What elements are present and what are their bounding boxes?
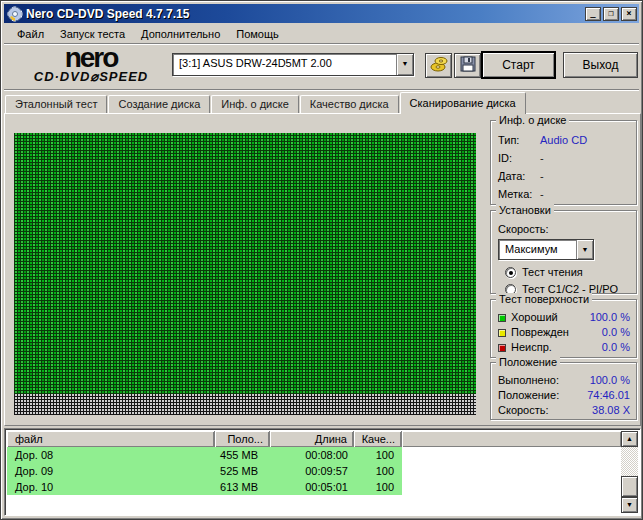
cd-dvd-speed-logo-text: CD·DVD⌀SPEED	[16, 70, 166, 83]
disc-id-value: -	[540, 149, 544, 167]
damaged-legend-swatch	[498, 329, 506, 337]
radio-checked-icon[interactable]	[505, 267, 516, 278]
table-row[interactable]: Дор. 10 613 MB 00:05:01 100	[7, 479, 621, 495]
chevron-down-icon[interactable]: ▼	[576, 240, 593, 259]
column-header-file[interactable]: файл	[7, 431, 215, 447]
disc-id-label: ID:	[498, 149, 540, 167]
minimize-button[interactable]: _	[585, 7, 601, 21]
settings-title: Установки	[496, 204, 554, 216]
close-button[interactable]: ×	[621, 7, 637, 21]
track-size: 613 MB	[215, 479, 270, 495]
good-label: Хороший	[511, 310, 590, 325]
bad-value: 0.0 %	[602, 340, 630, 355]
app-icon	[7, 6, 23, 22]
scroll-up-icon[interactable]: ▲	[621, 431, 638, 447]
track-name: Дор. 09	[7, 463, 215, 479]
speed-select[interactable]: Максимум ▼	[498, 239, 594, 260]
drive-select[interactable]: [3:1] ASUS DRW-24D5MT 2.00 ▼	[172, 53, 414, 76]
bad-label: Неиспр.	[511, 340, 602, 355]
speed-select-value: Максимум	[499, 240, 576, 259]
save-button[interactable]	[454, 53, 481, 78]
read-test-option[interactable]: Тест чтения	[498, 264, 630, 281]
scan-grid-empty-area	[14, 394, 476, 415]
done-label: Выполнено:	[498, 373, 590, 388]
damaged-value: 0.0 %	[602, 325, 630, 340]
menu-bar: Файл Запуск теста Дополнительно Помощь	[4, 24, 639, 44]
column-header-length[interactable]: Длина	[270, 431, 354, 447]
app-window: Nero CD-DVD Speed 4.7.7.15 _ ❐ × Файл За…	[0, 0, 643, 520]
disc-label-label: Метка:	[498, 185, 540, 203]
tab-disc-quality[interactable]: Качество диска	[300, 95, 399, 113]
menu-help[interactable]: Помощь	[228, 26, 287, 42]
position-title: Положение	[496, 356, 560, 368]
disc-type-value: Audio CD	[540, 131, 587, 149]
table-row[interactable]: Дор. 08 455 MB 00:08:00 100	[7, 447, 621, 463]
settings-group: Установки Скорость: Максимум ▼ Тест чтен…	[490, 210, 637, 294]
track-size: 525 MB	[215, 463, 270, 479]
track-length: 00:09:57	[270, 463, 354, 479]
save-floppy-icon	[460, 56, 476, 75]
scan-disc-page: Инф. о диске Тип:Audio CD ID:- Дата:- Ме…	[4, 113, 641, 426]
disc-info-title: Инф. о диске	[496, 114, 569, 126]
speed-readout-value: 38.08 X	[592, 403, 630, 418]
track-list-header: файл Поло... Длина Каче...	[7, 431, 621, 447]
track-length: 00:05:01	[270, 479, 354, 495]
menu-file[interactable]: Файл	[9, 26, 52, 42]
column-header-filler	[402, 431, 621, 447]
read-test-label: Тест чтения	[522, 264, 583, 281]
column-header-position[interactable]: Поло...	[215, 431, 270, 447]
speed-label: Скорость:	[498, 221, 630, 237]
eject-button[interactable]	[425, 53, 452, 78]
disc-date-value: -	[540, 167, 544, 185]
position-label: Положение:	[498, 388, 587, 403]
position-value: 74:46.01	[587, 388, 630, 403]
surface-scan-grid	[14, 133, 476, 415]
maximize-button[interactable]: ❐	[603, 7, 619, 21]
tab-strip: Эталонный тест Создание диска Инф. о дис…	[5, 92, 527, 113]
tab-disc-info[interactable]: Инф. о диске	[211, 95, 298, 113]
table-row[interactable]: Дор. 09 525 MB 00:09:57 100	[7, 463, 621, 479]
toolbar-separator	[4, 89, 639, 91]
tab-create-disc[interactable]: Создание диска	[108, 95, 210, 113]
drive-select-value: [3:1] ASUS DRW-24D5MT 2.00	[173, 54, 396, 75]
tab-scan-disc[interactable]: Сканирование диска	[400, 92, 526, 114]
track-length: 00:08:00	[270, 447, 354, 463]
track-quality: 100	[354, 479, 402, 495]
window-title: Nero CD-DVD Speed 4.7.7.15	[26, 7, 189, 21]
track-name: Дор. 08	[7, 447, 215, 463]
good-legend-swatch	[498, 314, 506, 322]
column-header-quality[interactable]: Каче...	[354, 431, 402, 447]
damaged-label: Поврежден	[511, 325, 602, 340]
position-group: Положение Выполнено:100.0 % Положение:74…	[490, 362, 637, 420]
disc-label-value: -	[540, 185, 544, 203]
done-value: 100.0 %	[590, 373, 630, 388]
scroll-down-icon[interactable]: ▼	[621, 497, 638, 513]
track-list-panel: файл Поло... Длина Каче... Дор. 08 455 M…	[4, 428, 641, 516]
exit-button[interactable]: Выход	[563, 52, 638, 78]
eject-disc-icon	[429, 55, 449, 76]
start-button[interactable]: Старт	[482, 52, 555, 78]
nero-logo-text: nero	[16, 46, 166, 70]
track-size: 455 MB	[215, 447, 270, 463]
track-quality: 100	[354, 463, 402, 479]
track-quality: 100	[354, 447, 402, 463]
good-value: 100.0 %	[590, 310, 630, 325]
nero-logo: nero CD·DVD⌀SPEED	[16, 46, 166, 83]
disc-type-label: Тип:	[498, 131, 540, 149]
toolbar: nero CD·DVD⌀SPEED [3:1] ASUS DRW-24D5MT …	[4, 46, 639, 89]
scrollbar-thumb[interactable]	[621, 476, 638, 497]
menu-run-test[interactable]: Запуск теста	[52, 26, 133, 42]
track-name: Дор. 10	[7, 479, 215, 495]
titlebar[interactable]: Nero CD-DVD Speed 4.7.7.15 _ ❐ ×	[4, 4, 639, 23]
menu-extra[interactable]: Дополнительно	[133, 26, 228, 42]
vertical-scrollbar[interactable]: ▲ ▼	[621, 431, 638, 513]
track-list: файл Поло... Длина Каче... Дор. 08 455 M…	[7, 431, 621, 513]
disc-date-label: Дата:	[498, 167, 540, 185]
chevron-down-icon[interactable]: ▼	[396, 54, 413, 75]
surface-test-group: Тест поверхности Хороший 100.0 % Поврежд…	[490, 299, 637, 358]
bad-legend-swatch	[498, 344, 506, 352]
surface-test-title: Тест поверхности	[496, 293, 592, 305]
tab-benchmark[interactable]: Эталонный тест	[5, 95, 107, 113]
speed-readout-label: Скорость:	[498, 403, 592, 418]
disc-info-group: Инф. о диске Тип:Audio CD ID:- Дата:- Ме…	[490, 120, 637, 205]
